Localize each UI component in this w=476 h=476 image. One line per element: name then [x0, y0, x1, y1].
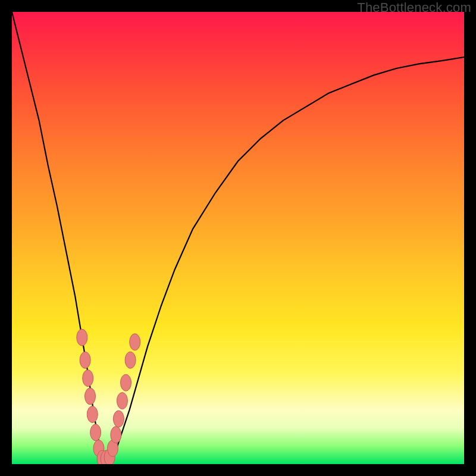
data-marker: [125, 352, 136, 368]
data-marker: [83, 370, 93, 387]
data-marker: [117, 393, 127, 409]
data-marker: [111, 427, 121, 443]
data-marker: [121, 374, 131, 391]
curve-markers: [77, 329, 140, 464]
data-marker: [113, 411, 124, 427]
data-marker: [87, 406, 98, 422]
data-marker: [90, 424, 101, 441]
curve-line: [12, 12, 464, 464]
data-marker: [84, 388, 95, 405]
chart-frame: TheBottleneck.com: [0, 0, 476, 476]
data-marker: [130, 334, 140, 350]
plot-area: [12, 12, 464, 464]
data-marker: [77, 329, 87, 346]
watermark-text: TheBottleneck.com: [357, 0, 471, 15]
bottleneck-curve-chart: [12, 12, 464, 464]
data-marker: [80, 352, 90, 368]
